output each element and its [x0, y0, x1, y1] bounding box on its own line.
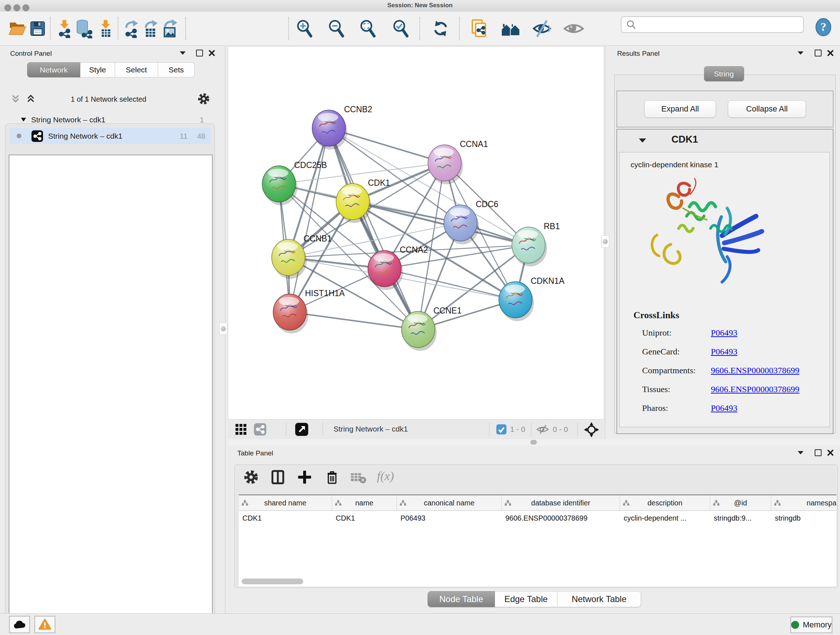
control-panel-collapse-icon[interactable]: [178, 49, 187, 57]
export-network-icon[interactable]: [121, 18, 141, 40]
table-panel-close-icon[interactable]: [826, 448, 835, 456]
show-columns-icon[interactable]: [271, 470, 285, 486]
column-header-database-identifier[interactable]: database identifier: [502, 495, 620, 510]
node-CDKN1A[interactable]: CDKN1A: [499, 276, 565, 321]
zoom-fit-icon[interactable]: [358, 18, 378, 40]
expand-all-networks-icon[interactable]: [26, 94, 35, 105]
tab-node-table[interactable]: Node Table: [428, 591, 495, 607]
protein-structure-image: [636, 173, 777, 296]
table-cell[interactable]: P06493: [397, 511, 502, 525]
crosslink-link[interactable]: P06493: [711, 347, 737, 356]
show-eye-icon[interactable]: [564, 18, 584, 40]
import-table-icon[interactable]: [95, 18, 116, 40]
hide-glasses-icon[interactable]: [532, 18, 552, 40]
export-table-icon[interactable]: [141, 18, 161, 40]
cloud-status-button[interactable]: [9, 616, 30, 633]
network-row-selected[interactable]: String Network – cdk1 11 48: [9, 128, 210, 144]
node-CCNA1[interactable]: CCNA1: [428, 139, 488, 184]
delete-column-trash-icon[interactable]: [325, 470, 339, 486]
selected-checkbox-icon[interactable]: [496, 424, 507, 436]
import-network-from-database-icon[interactable]: [74, 18, 94, 40]
column-header-canonical-name[interactable]: canonical name: [397, 495, 502, 510]
node-label-CCNA1: CCNA1: [460, 139, 488, 149]
network-collection-row[interactable]: String Network – cdk1 1: [9, 111, 210, 128]
edge-HIST1H1A-CCNE1[interactable]: [290, 312, 418, 329]
network-options-gear-icon[interactable]: [197, 92, 210, 107]
column-header-description[interactable]: description: [620, 495, 710, 510]
table-panel-collapse-icon[interactable]: [796, 448, 805, 456]
left-divider-handle[interactable]: [219, 323, 227, 335]
collapse-all-networks-icon[interactable]: [11, 94, 20, 105]
open-in-new-window-icon[interactable]: [295, 423, 308, 437]
results-panel-close-icon[interactable]: [826, 49, 835, 57]
add-column-icon[interactable]: [297, 470, 312, 486]
column-header-@id[interactable]: @id: [710, 495, 771, 510]
right-divider-handle[interactable]: [601, 235, 609, 248]
save-session-icon[interactable]: [27, 18, 48, 40]
results-panel-collapse-icon[interactable]: [796, 49, 805, 57]
help-icon[interactable]: ?: [813, 16, 834, 38]
tab-network[interactable]: Network: [27, 62, 80, 78]
edge-CCNB2-CCNE1[interactable]: [329, 128, 418, 329]
warnings-button[interactable]: [34, 616, 55, 633]
column-header-name[interactable]: name: [332, 495, 397, 510]
table-row[interactable]: CDK1CDK1P064939606.ENSP00000378699cyclin…: [239, 511, 836, 525]
tab-network-table[interactable]: Network Table: [557, 591, 641, 607]
node-CCNB1[interactable]: CCNB1: [272, 234, 332, 279]
column-header-shared-name[interactable]: shared name: [239, 495, 332, 510]
crosslink-link[interactable]: 9606.ENSP00000378699: [711, 385, 799, 394]
table-cell[interactable]: stringdb:9...: [710, 511, 771, 525]
tab-select[interactable]: Select: [115, 62, 158, 78]
crosslink-link[interactable]: P06493: [711, 403, 737, 413]
refresh-icon[interactable]: [431, 18, 451, 40]
table-cell[interactable]: 9606.ENSP00000378699: [502, 511, 620, 525]
table-cell[interactable]: CDK1: [332, 511, 397, 525]
network-canvas[interactable]: CCNB2CCNA1CDC25BCDK1CDC6RB1CCNB1CCNA2CDK…: [228, 46, 604, 420]
open-session-icon[interactable]: [7, 18, 27, 40]
table-cell[interactable]: cyclin-dependent ...: [620, 511, 710, 525]
control-panel-float-icon[interactable]: [195, 49, 204, 57]
export-image-icon[interactable]: [160, 18, 180, 40]
crosslink-link[interactable]: 9606.ENSP00000378699: [711, 366, 799, 375]
horizontal-divider-handle[interactable]: [531, 440, 537, 445]
node-label-CDC25B: CDC25B: [294, 160, 327, 170]
table-panel-float-icon[interactable]: [813, 448, 823, 456]
control-panel-close-icon[interactable]: [207, 49, 216, 57]
table-gear-icon[interactable]: [243, 469, 259, 486]
protein-disclosure-icon[interactable]: [639, 138, 646, 144]
column-header-namespace[interactable]: namespace: [771, 495, 836, 510]
tab-edge-table[interactable]: Edge Table: [495, 591, 557, 607]
string-import-icon[interactable]: [470, 18, 490, 40]
tab-string[interactable]: String: [704, 66, 744, 81]
locate-crosshair-icon[interactable]: [584, 422, 599, 439]
grid-view-icon[interactable]: [235, 424, 247, 437]
zoom-selected-icon[interactable]: [391, 18, 411, 40]
import-network-icon[interactable]: [54, 18, 74, 40]
zoom-out-icon[interactable]: [326, 18, 347, 40]
collapse-all-button[interactable]: Collapse All: [728, 100, 806, 118]
network-share-view-icon[interactable]: [254, 423, 266, 437]
node-CDC6[interactable]: CDC6: [444, 200, 499, 244]
string-home-icon[interactable]: [501, 18, 521, 40]
table-horizontal-scrollbar[interactable]: [242, 578, 303, 584]
node-CCNB2[interactable]: CCNB2: [312, 105, 372, 149]
string-network-graph[interactable]: CCNB2CCNA1CDC25BCDK1CDC6RB1CCNB1CCNA2CDK…: [228, 47, 603, 419]
results-panel-float-icon[interactable]: [813, 49, 823, 57]
expand-all-button[interactable]: Expand All: [644, 100, 716, 118]
tab-sets[interactable]: Sets: [158, 62, 195, 78]
crosslink-link[interactable]: P06493: [711, 328, 737, 338]
edge-CCNB2-HIST1H1A[interactable]: [290, 128, 329, 312]
table-cell[interactable]: stringdb: [771, 511, 836, 525]
memory-button[interactable]: Memory: [790, 616, 832, 633]
control-panel-title: Control Panel: [10, 50, 52, 57]
node-RB1[interactable]: RB1: [512, 222, 560, 266]
search-input[interactable]: [639, 20, 803, 29]
table-cell[interactable]: CDK1: [239, 511, 332, 525]
crosslink-row: Pharos:P06493: [642, 399, 823, 417]
node-HIST1H1A[interactable]: HIST1H1A: [273, 288, 345, 333]
crosslink-label: Compartments:: [642, 366, 711, 375]
collection-disclosure-icon[interactable]: [21, 118, 26, 122]
warning-icon: [38, 619, 51, 630]
zoom-in-icon[interactable]: [294, 18, 315, 40]
tab-style[interactable]: Style: [80, 62, 115, 78]
